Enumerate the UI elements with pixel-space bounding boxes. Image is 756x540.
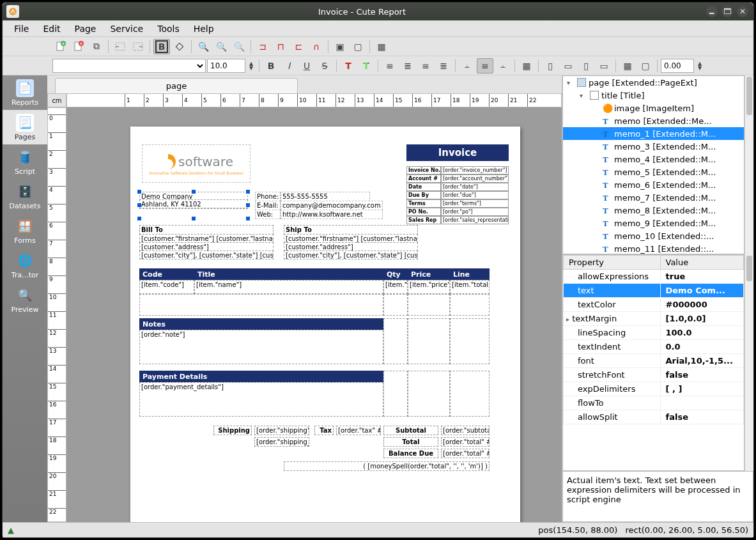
meta-expr[interactable]: [order."account_number"] xyxy=(441,174,509,183)
tax-value[interactable]: [order."tax" #n%] xyxy=(336,426,381,435)
item-code[interactable]: [item."code"] xyxy=(139,280,194,294)
payment-expr[interactable]: [order."payment_details"] xyxy=(139,382,383,417)
dashed-rect-left-icon[interactable] xyxy=(112,39,128,54)
balance-value[interactable]: [order."total" #n] xyxy=(441,449,490,458)
billto-header[interactable]: Bill To xyxy=(139,225,274,235)
sidebar-item-preview[interactable]: 🔍Preview xyxy=(3,282,47,317)
addr-line[interactable]: [customer."firstname"] [customer."lastna… xyxy=(284,234,418,243)
design-canvas[interactable]: software Innovative Software Solutions F… xyxy=(66,107,562,522)
meta-label[interactable]: Account # xyxy=(406,174,441,183)
font-size-input[interactable] xyxy=(207,59,245,73)
tree-row[interactable]: Tmemo [Extended::Me... xyxy=(563,114,744,127)
font-family-select[interactable] xyxy=(52,59,206,73)
page-tab[interactable]: page xyxy=(55,78,298,93)
col-title[interactable]: Title xyxy=(194,268,383,280)
blank-price[interactable] xyxy=(408,294,450,316)
col-total[interactable]: Line total xyxy=(450,268,490,280)
bold-icon[interactable]: B xyxy=(263,58,279,73)
property-row[interactable]: flowTo xyxy=(564,396,744,410)
meta-label[interactable]: Terms xyxy=(406,199,441,208)
total-value[interactable]: [order."total" #n] xyxy=(441,437,490,447)
maximize-button[interactable]: 🗖 xyxy=(721,6,733,17)
italic-icon[interactable]: I xyxy=(281,58,297,73)
report-page[interactable]: software Innovative Software Solutions F… xyxy=(130,127,520,522)
property-grid[interactable]: PropertyValueallowExpressionstruetextDem… xyxy=(562,254,744,471)
col-qty[interactable]: Qty xyxy=(383,268,408,280)
meta-expr[interactable]: [order."po"] xyxy=(441,208,509,216)
grid-icon[interactable]: ▦ xyxy=(373,39,390,54)
border-right-icon[interactable]: ▯ xyxy=(578,58,594,73)
zoom-fit-icon[interactable]: 🔍 xyxy=(231,39,247,54)
sidebar-item-forms[interactable]: 🪟Forms xyxy=(3,213,47,248)
border-top-icon[interactable]: ▭ xyxy=(560,58,576,73)
phone-value[interactable]: 555-555-5555 xyxy=(281,192,370,201)
zoom-out-icon[interactable]: 🔍 xyxy=(213,39,229,54)
menu-page[interactable]: Page xyxy=(68,22,103,35)
tree-row[interactable]: Tmemo_4 [Extended::M... xyxy=(563,153,744,166)
blank-total[interactable] xyxy=(450,294,490,316)
meta-expr[interactable]: [order."invoice_number"] xyxy=(441,166,509,174)
meta-label[interactable]: Date xyxy=(406,183,441,191)
company-block-selection[interactable]: Demo Company 1234 Main Street Ashland, K… xyxy=(139,192,248,200)
align-right-icon[interactable]: ≡ xyxy=(417,58,434,73)
item-total[interactable]: [item."total" #n] xyxy=(450,280,490,294)
zoom-in-icon[interactable]: 🔍 xyxy=(195,39,212,54)
notes-col2[interactable] xyxy=(383,318,408,364)
tree-row[interactable]: Tmemo_1 [Extended::M... xyxy=(563,127,744,140)
diamond-icon[interactable] xyxy=(171,39,188,54)
property-row[interactable]: expDelimiters[ , ] xyxy=(564,382,744,396)
menu-file[interactable]: File xyxy=(8,22,35,35)
border-left-icon[interactable]: ▯ xyxy=(542,58,559,73)
tree-row[interactable]: Tmemo_9 [Extended::M... xyxy=(563,217,744,229)
align-center-icon[interactable]: ≣ xyxy=(399,58,416,73)
strike-icon[interactable]: S xyxy=(316,58,333,73)
meta-label[interactable]: Invoice No. xyxy=(406,166,441,174)
tree-row[interactable]: Tmemo_5 [Extended::M... xyxy=(563,166,744,178)
property-row[interactable]: ▸ textMargin[1.0,0.0] xyxy=(564,312,744,326)
border-style-icon[interactable]: ▦ xyxy=(518,58,535,73)
phone-label[interactable]: Phone: xyxy=(255,192,281,201)
pay-col4[interactable] xyxy=(450,371,490,417)
notes-col4[interactable] xyxy=(450,318,490,364)
border-none-icon[interactable]: ▢ xyxy=(637,58,654,73)
sidebar-item-reports[interactable]: 📄Reports xyxy=(3,75,47,110)
notes-header[interactable]: Notes xyxy=(139,318,383,330)
pay-col2[interactable] xyxy=(383,371,408,417)
subtotal-value[interactable]: [order."subtotal"] xyxy=(441,426,490,435)
close-button[interactable]: ✕ xyxy=(737,6,748,17)
total-label[interactable]: Total xyxy=(383,437,438,447)
underline-icon[interactable]: U xyxy=(298,58,315,73)
shipping-value[interactable]: [order."shipping" #n] xyxy=(254,426,309,435)
notes-expr[interactable]: [order."note"] xyxy=(139,330,383,364)
sidebar-item-translator[interactable]: 🌐Tra...tor xyxy=(3,248,47,282)
border-all-icon[interactable]: ▦ xyxy=(619,58,636,73)
meta-table[interactable]: Invoice No.[order."invoice_number"]Accou… xyxy=(406,166,509,224)
blank-qty[interactable] xyxy=(383,294,408,316)
tree-row[interactable]: ▾page [Extended::PageExt] xyxy=(563,76,744,89)
menu-service[interactable]: Service xyxy=(104,22,150,35)
magnet-left-icon[interactable]: ⊐ xyxy=(254,39,271,54)
menu-help[interactable]: Help xyxy=(187,22,220,35)
sidebar-item-pages[interactable]: 📃Pages xyxy=(3,110,47,144)
align-left-icon[interactable]: ≡ xyxy=(382,58,398,73)
item-qty[interactable]: [item."qty"] xyxy=(383,280,408,294)
property-row[interactable]: textIndent0.0 xyxy=(564,340,744,354)
meta-expr[interactable]: [order."terms"] xyxy=(441,199,509,208)
company-city[interactable]: Ashland, KY 41102 xyxy=(139,199,248,208)
meta-label[interactable]: Due By xyxy=(406,191,441,199)
property-row[interactable]: stretchFontfalse xyxy=(564,368,744,382)
addr-line[interactable]: [customer."city"], [customer."state"] [c… xyxy=(139,251,274,259)
tree-row[interactable]: Tmemo_3 [Extended::M... xyxy=(563,140,744,153)
menu-edit[interactable]: Edit xyxy=(36,22,66,35)
col-code[interactable]: Code xyxy=(139,268,194,280)
dashed-rect-right-icon[interactable] xyxy=(130,39,146,54)
item-price[interactable]: [item."price" #n] xyxy=(408,280,450,294)
addr-line[interactable]: [customer."address"] xyxy=(284,242,418,251)
property-row[interactable]: textColor#000000 xyxy=(564,298,744,312)
tree-row[interactable]: Tmemo_10 [Extended::... xyxy=(563,229,744,242)
tree-scrollbar[interactable] xyxy=(744,75,753,254)
menu-tools[interactable]: Tools xyxy=(151,22,186,35)
delete-icon[interactable]: × xyxy=(70,39,87,54)
meta-expr[interactable]: [order."due"] xyxy=(441,191,509,199)
notes-col3[interactable] xyxy=(408,318,450,364)
